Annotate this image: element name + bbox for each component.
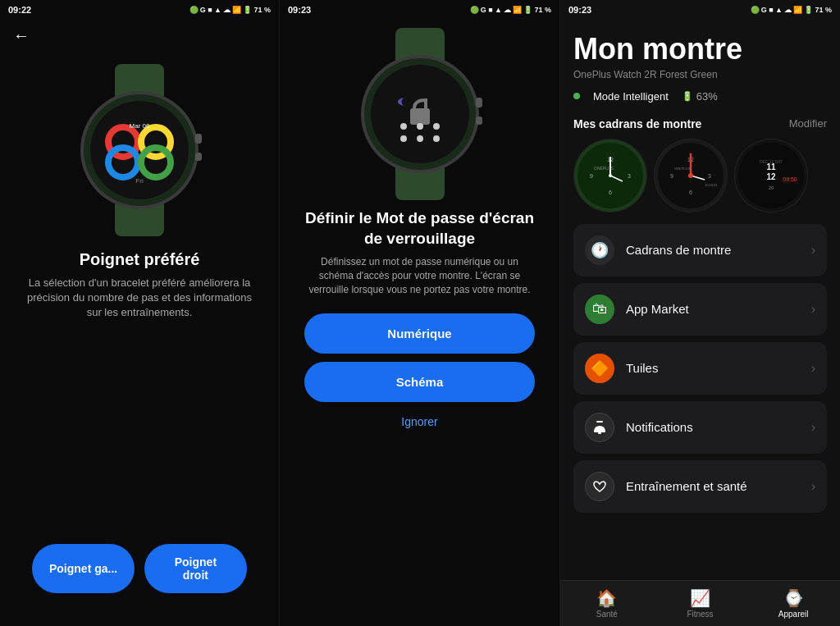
battery-icon-3: 🔋 bbox=[804, 6, 813, 14]
entrainement-icon bbox=[585, 472, 614, 501]
page-subtitle: OnePlus Watch 2R Forest Green bbox=[573, 69, 827, 80]
svg-point-4 bbox=[90, 101, 189, 199]
signal-icons: G ■ ▲ ☁ bbox=[200, 6, 231, 14]
nav-sante[interactable]: 🏠 Santé bbox=[560, 588, 654, 619]
menu-cadrans-label: Cadrans de montre bbox=[626, 243, 811, 257]
bottom-nav: 🏠 Santé 📈 Fitness ⌚ Appareil bbox=[560, 580, 840, 626]
battery-text-3: 71 % bbox=[815, 6, 832, 14]
svg-text:9: 9 bbox=[590, 173, 593, 179]
svg-rect-56 bbox=[598, 432, 601, 434]
svg-text:ONEPLUS: ONEPLUS bbox=[674, 167, 690, 171]
btn-right-wrist[interactable]: Poignet droit bbox=[144, 544, 247, 593]
appmarket-icon: 🛍 bbox=[585, 295, 614, 324]
cadrans-title: Mes cadrans de montre bbox=[573, 117, 701, 130]
mode-label: Mode Intelligent bbox=[593, 90, 669, 103]
svg-text:9: 9 bbox=[670, 173, 673, 179]
nav-fitness-label: Fitness bbox=[687, 610, 713, 619]
watch-image-2 bbox=[342, 28, 498, 200]
panel-password: 09:23 🟢 G ■ ▲ ☁ 📶 🔋 71 % bbox=[279, 0, 559, 626]
nav-fitness[interactable]: 📈 Fitness bbox=[654, 588, 747, 619]
svg-text:6: 6 bbox=[689, 190, 692, 195]
battery-text-1: 71 % bbox=[253, 6, 271, 14]
svg-text:08:50: 08:50 bbox=[783, 176, 797, 182]
menu-notifications[interactable]: Notifications › bbox=[573, 401, 827, 454]
watch-face-3[interactable]: 11 12 20 DEC 11 SAT 08:50 bbox=[734, 139, 808, 212]
watch-image-1: Mar 06 Fri bbox=[57, 60, 221, 240]
store-icon: 🛍 bbox=[592, 300, 607, 318]
mode-row: Mode Intelligent 🔋 63% bbox=[573, 90, 827, 103]
notification-icon-2: 🟢 bbox=[470, 6, 479, 14]
panel2-title: Définir le Mot de passe d'écran de verro… bbox=[280, 208, 559, 249]
battery-text-2: 71 % bbox=[534, 6, 551, 14]
appareil-icon: ⌚ bbox=[783, 588, 804, 608]
btn-schema[interactable]: Schéma bbox=[304, 362, 535, 402]
svg-text:12: 12 bbox=[766, 172, 776, 181]
notifications-icon bbox=[585, 413, 614, 442]
notification-icon-3: 🟢 bbox=[751, 6, 760, 14]
svg-point-21 bbox=[433, 123, 440, 130]
chevron-cadrans-icon: › bbox=[811, 243, 815, 258]
svg-point-22 bbox=[400, 135, 407, 142]
battery-icon-2: 🔋 bbox=[523, 6, 532, 14]
heart-icon bbox=[591, 478, 608, 495]
battery-row: 🔋 63% bbox=[682, 90, 718, 103]
status-icons-3: 🟢 G ■ ▲ ☁ 📶 🔋 71 % bbox=[751, 6, 832, 14]
ignore-link[interactable]: Ignorer bbox=[401, 415, 437, 428]
status-icons-2: 🟢 G ■ ▲ ☁ 📶 🔋 71 % bbox=[470, 6, 551, 14]
clock-icon: 🕐 bbox=[591, 241, 609, 259]
watch-face-2[interactable]: 12 6 3 9 ONEPLUS 10:10:01 bbox=[654, 139, 728, 212]
password-buttons: Numérique Schéma bbox=[280, 313, 559, 402]
nav-appareil-label: Appareil bbox=[778, 610, 809, 619]
svg-text:Fri: Fri bbox=[135, 177, 144, 185]
modifier-button[interactable]: Modifier bbox=[789, 117, 827, 130]
wifi-icon: 📶 bbox=[232, 6, 241, 14]
menu-tuiles-label: Tuiles bbox=[626, 361, 811, 375]
panel3-scroll-content: Mon montre OnePlus Watch 2R Forest Green… bbox=[560, 20, 840, 626]
status-icons-1: 🟢 G ■ ▲ ☁ 📶 🔋 71 % bbox=[189, 6, 271, 14]
panel1-desc: La sélection d'un bracelet préféré améli… bbox=[0, 276, 279, 321]
back-button[interactable]: ← bbox=[13, 26, 30, 45]
btn-left-wrist[interactable]: Poignet ga... bbox=[32, 544, 135, 593]
svg-point-20 bbox=[417, 123, 423, 130]
menu-tuiles[interactable]: 🔶 Tuiles › bbox=[573, 342, 827, 395]
svg-text:ONEPLUS: ONEPLUS bbox=[594, 166, 614, 171]
notification-icon: 🟢 bbox=[189, 6, 199, 14]
menu-appmarket[interactable]: 🛍 App Market › bbox=[573, 283, 827, 336]
tuiles-icon: 🔶 bbox=[585, 354, 614, 383]
svg-text:3: 3 bbox=[708, 173, 711, 179]
menu-notifications-label: Notifications bbox=[626, 420, 811, 434]
nav-appareil[interactable]: ⌚ Appareil bbox=[746, 588, 840, 619]
menu-appmarket-label: App Market bbox=[626, 302, 811, 316]
cadrans-icon: 🕐 bbox=[585, 235, 614, 265]
battery-percent: 63% bbox=[696, 90, 718, 103]
watch-faces-row: 12 6 3 9 ONEPLUS 12 6 3 9 bbox=[573, 139, 827, 212]
svg-rect-26 bbox=[476, 117, 482, 125]
panel-wrist: 09:22 🟢 G ■ ▲ ☁ 📶 🔋 71 % ← Mar bbox=[0, 0, 279, 626]
watch-face-1[interactable]: 12 6 3 9 ONEPLUS bbox=[573, 139, 647, 212]
panel2-desc: Définissez un mot de passe numérique ou … bbox=[280, 255, 559, 296]
svg-point-19 bbox=[400, 123, 407, 130]
svg-rect-25 bbox=[476, 98, 482, 107]
svg-text:3: 3 bbox=[628, 173, 631, 179]
menu-entrainement[interactable]: Entraînement et santé › bbox=[573, 460, 827, 513]
panel-montre: 09:23 🟢 G ■ ▲ ☁ 📶 🔋 71 % Mon montre OneP… bbox=[559, 0, 840, 626]
fitness-icon: 📈 bbox=[690, 588, 710, 608]
wrist-buttons: Poignet ga... Poignet droit bbox=[16, 544, 263, 593]
svg-point-45 bbox=[688, 173, 693, 178]
menu-cadrans[interactable]: 🕐 Cadrans de montre › bbox=[573, 224, 827, 276]
menu-entrainement-label: Entraînement et santé bbox=[626, 479, 811, 493]
nav-sante-label: Santé bbox=[596, 610, 618, 619]
mode-dot bbox=[573, 93, 580, 99]
status-bar-2: 09:23 🟢 G ■ ▲ ☁ 📶 🔋 71 % bbox=[280, 0, 559, 20]
status-bar-1: 09:22 🟢 G ■ ▲ ☁ 📶 🔋 71 % bbox=[0, 0, 279, 20]
bell-icon bbox=[591, 419, 608, 436]
svg-text:10:10:01: 10:10:01 bbox=[705, 183, 718, 187]
svg-point-23 bbox=[417, 135, 423, 142]
chevron-entrainement-icon: › bbox=[811, 479, 815, 494]
chevron-tuiles-icon: › bbox=[811, 361, 815, 376]
svg-text:6: 6 bbox=[609, 190, 612, 195]
btn-numerique[interactable]: Numérique bbox=[304, 313, 535, 354]
chevron-notifications-icon: › bbox=[811, 420, 815, 435]
wifi-icon-2: 📶 bbox=[513, 6, 522, 14]
page-title: Mon montre bbox=[573, 33, 827, 66]
